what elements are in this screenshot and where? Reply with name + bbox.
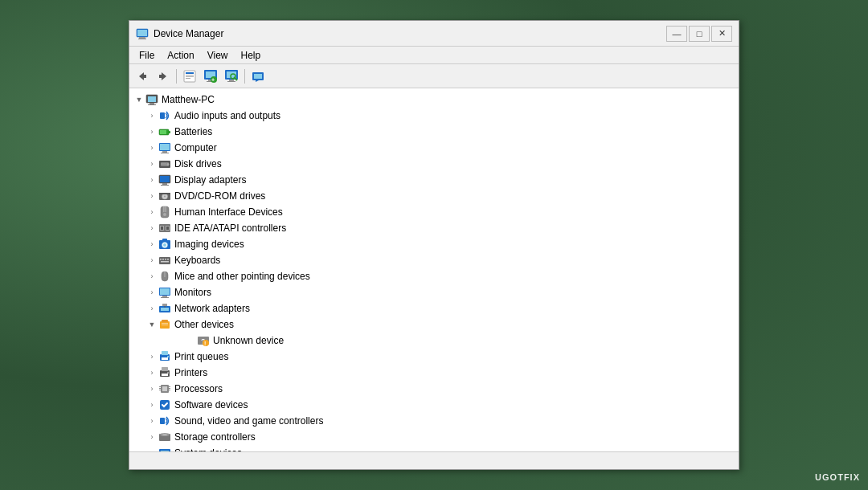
- tree-item-display[interactable]: › Display adapters: [129, 172, 739, 188]
- mice-icon: [158, 270, 171, 283]
- help-button[interactable]: [248, 67, 268, 86]
- tree-item-computer[interactable]: › Computer: [129, 140, 739, 156]
- dvd-expand[interactable]: ›: [145, 190, 158, 202]
- svg-rect-82: [162, 320, 168, 322]
- imaging-expand[interactable]: ›: [145, 238, 158, 251]
- display-icon: [158, 174, 171, 186]
- computer-expand[interactable]: ›: [145, 141, 158, 154]
- device-tree[interactable]: ▼ Matthew-PC › Audio inpu: [129, 88, 739, 451]
- mice-expand[interactable]: ›: [145, 270, 158, 283]
- svg-point-63: [163, 243, 166, 247]
- svg-rect-79: [162, 304, 167, 306]
- tree-item-printqueues[interactable]: › Print queues: [129, 349, 739, 365]
- hid-expand[interactable]: ›: [145, 206, 158, 218]
- forward-button[interactable]: [154, 67, 173, 86]
- batteries-label: Batteries: [174, 126, 212, 137]
- storage-expand[interactable]: ›: [145, 431, 158, 443]
- svg-rect-36: [160, 144, 170, 150]
- tree-item-audio[interactable]: › Audio inputs and outputs: [129, 108, 739, 124]
- update-driver-button[interactable]: +: [201, 67, 220, 86]
- root-expand[interactable]: ▼: [133, 93, 145, 106]
- status-bar: [129, 451, 739, 469]
- tree-item-system[interactable]: › System devices: [129, 445, 739, 451]
- svg-text:!: !: [204, 341, 206, 346]
- tree-item-batteries[interactable]: › Batteries: [129, 124, 739, 140]
- svg-rect-38: [161, 153, 169, 153]
- tree-item-dvd[interactable]: › DVD/CD-ROM drives: [129, 188, 739, 204]
- tree-item-processors[interactable]: › Processors: [129, 381, 739, 397]
- back-button[interactable]: [133, 67, 152, 86]
- scan-button[interactable]: [222, 67, 241, 86]
- minimize-button[interactable]: —: [666, 26, 687, 42]
- tree-item-ide[interactable]: › IDE ATA/ATAPI controllers: [129, 220, 739, 236]
- tree-item-monitors[interactable]: › Monitors: [129, 284, 739, 300]
- svg-point-54: [163, 213, 166, 216]
- svg-marker-6: [162, 72, 166, 80]
- tree-root[interactable]: ▼ Matthew-PC: [129, 92, 739, 108]
- tree-item-hid[interactable]: › Human Interface Devices: [129, 204, 739, 220]
- svg-rect-21: [229, 80, 234, 81]
- storage-icon: [158, 431, 171, 443]
- display-expand[interactable]: ›: [145, 174, 158, 186]
- tree-item-keyboards[interactable]: › Keyboards: [129, 252, 739, 268]
- svg-point-109: [162, 434, 167, 435]
- printers-label: Printers: [174, 367, 207, 378]
- tree-item-mice[interactable]: › Mice and other pointing devices: [129, 268, 739, 284]
- disk-expand[interactable]: ›: [145, 157, 158, 170]
- network-expand[interactable]: ›: [145, 302, 158, 315]
- sound-expand[interactable]: ›: [145, 414, 158, 427]
- other-icon: [158, 318, 171, 331]
- menu-bar: File Action View Help: [129, 47, 739, 64]
- tree-item-sound[interactable]: › Sound, video and game controllers: [129, 413, 739, 429]
- svg-rect-95: [162, 374, 168, 376]
- printqueues-label: Print queues: [174, 351, 228, 362]
- svg-rect-61: [162, 239, 167, 241]
- root-label: Matthew-PC: [162, 94, 215, 105]
- printqueues-expand[interactable]: ›: [145, 350, 158, 363]
- close-button[interactable]: ✕: [711, 26, 732, 42]
- ide-label: IDE ATA/ATAPI controllers: [174, 223, 286, 234]
- svg-rect-12: [186, 78, 190, 79]
- printers-expand[interactable]: ›: [145, 366, 158, 379]
- tree-item-unknown[interactable]: › ? ! Unknown device: [129, 333, 739, 349]
- tree-item-disk[interactable]: › Disk drives: [129, 156, 739, 172]
- dvd-label: DVD/CD-ROM drives: [174, 190, 265, 202]
- software-expand[interactable]: ›: [145, 398, 158, 411]
- tree-item-imaging[interactable]: › Imaging devices: [129, 236, 739, 252]
- svg-rect-58: [161, 227, 163, 230]
- audio-label: Audio inputs and outputs: [174, 110, 280, 121]
- monitors-icon: [158, 286, 171, 299]
- tree-item-network[interactable]: › Network adapters: [129, 300, 739, 316]
- svg-rect-99: [159, 386, 161, 387]
- menu-help[interactable]: Help: [235, 48, 268, 63]
- tree-item-printers[interactable]: › Printers: [129, 365, 739, 381]
- title-bar: Device Manager — □ ✕: [129, 21, 739, 47]
- batteries-expand[interactable]: ›: [145, 125, 158, 138]
- menu-view[interactable]: View: [201, 48, 235, 63]
- keyboards-expand[interactable]: ›: [145, 254, 158, 267]
- processors-expand[interactable]: ›: [145, 382, 158, 395]
- tree-item-software[interactable]: › Software devices: [129, 397, 739, 413]
- tree-item-storage[interactable]: › Storage controllers: [129, 429, 739, 445]
- maximize-button[interactable]: □: [689, 26, 710, 42]
- monitors-expand[interactable]: ›: [145, 286, 158, 299]
- menu-file[interactable]: File: [133, 48, 161, 63]
- svg-rect-67: [165, 259, 166, 260]
- svg-rect-28: [148, 96, 156, 102]
- svg-rect-84: [162, 325, 168, 325]
- ide-expand[interactable]: ›: [145, 222, 158, 235]
- properties-button[interactable]: [180, 67, 199, 86]
- menu-action[interactable]: Action: [161, 48, 200, 63]
- ide-icon: [158, 222, 171, 235]
- keyboards-icon: [158, 254, 171, 267]
- tree-item-other[interactable]: ▼ Other devices: [129, 316, 739, 333]
- batteries-icon: [158, 125, 171, 138]
- svg-rect-64: [159, 257, 170, 264]
- svg-rect-44: [160, 176, 170, 182]
- svg-rect-1: [139, 37, 145, 39]
- svg-rect-42: [161, 164, 166, 165]
- svg-rect-76: [161, 297, 169, 298]
- other-expand[interactable]: ▼: [145, 318, 158, 331]
- audio-expand[interactable]: ›: [145, 109, 158, 122]
- svg-rect-75: [162, 296, 167, 297]
